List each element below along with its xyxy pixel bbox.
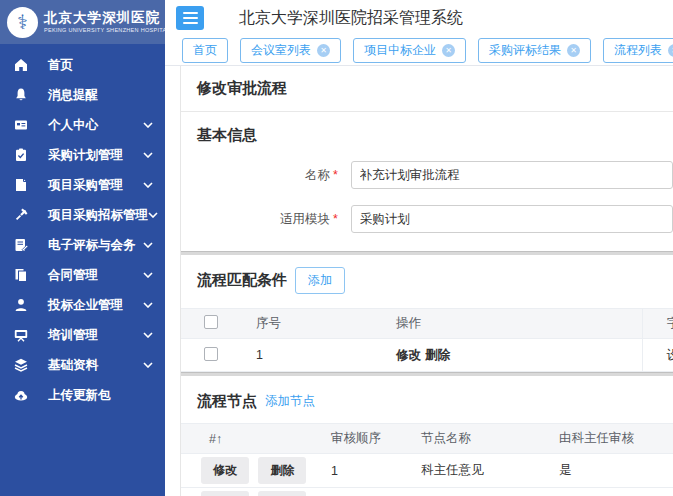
sidebar-item-project-purchase[interactable]: 项目采购管理 (0, 170, 165, 200)
sidebar-item-bidder-companies[interactable]: 投标企业管理 (0, 290, 165, 320)
tab-meeting-rooms[interactable]: 会议室列表✕ (240, 38, 341, 63)
edit-node-button[interactable]: 修改 (201, 491, 249, 496)
column-header-seq: 序号 (256, 309, 396, 339)
id-card-icon (12, 117, 29, 133)
column-header-dept-head: 由科主任审核 (559, 424, 673, 454)
delete-link[interactable]: 删除 (425, 348, 450, 362)
sidebar-item-training[interactable]: 培训管理 (0, 320, 165, 350)
name-label: 名称 (305, 168, 330, 182)
sidebar-item-notifications[interactable]: 消息提醒 (0, 80, 165, 110)
chevron-down-icon (143, 332, 153, 338)
sidebar-item-profile[interactable]: 个人中心 (0, 110, 165, 140)
sidebar-item-upload-package[interactable]: 上传更新包 (0, 380, 165, 410)
presentation-icon (12, 327, 29, 343)
required-asterisk: * (333, 212, 338, 226)
sidebar-item-bidding[interactable]: 项目采购招标管理 (0, 200, 165, 230)
file-edit-icon (12, 237, 29, 253)
dept-head-cell: 是 (559, 454, 673, 488)
cloud-upload-icon (12, 387, 29, 403)
top-bar: 北京大学深圳医院招采管理系统 (165, 0, 673, 36)
order-cell: 2 (331, 488, 421, 496)
main-content: 修改审批流程 基本信息 名称* 适用模块* 流程匹配条件 添加 序号 操作 字 (180, 66, 673, 496)
tab-flow-list[interactable]: 流程列表✕ (603, 38, 673, 63)
page-header: 修改审批流程 (181, 66, 673, 112)
flow-nodes-heading: 流程节点 (197, 392, 257, 411)
column-header-name: 节点名称 (421, 424, 559, 454)
hospital-name: 北京大学深圳医院 (44, 11, 170, 26)
partial-cell: 设 (643, 347, 673, 364)
delete-node-button[interactable]: 删除 (258, 491, 306, 496)
table-row: 修改 删除 1 科主任意见 是 (181, 454, 673, 488)
sidebar-item-contracts[interactable]: 合同管理 (0, 260, 165, 290)
basic-info-heading: 基本信息 (197, 126, 673, 145)
add-node-link[interactable]: 添加节点 (265, 393, 315, 410)
page-title: 修改审批流程 (197, 79, 287, 98)
sidebar-item-purchase-plan[interactable]: 采购计划管理 (0, 140, 165, 170)
column-header-order: 审核顺序 (331, 424, 421, 454)
module-input[interactable] (351, 205, 673, 233)
column-header-partial: 字 (643, 315, 673, 332)
chevron-down-icon (148, 212, 158, 218)
tab-bar: 首页 会议室列表✕ 项目中标企业✕ 采购评标结果✕ 流程列表✕ 流程✕ (165, 36, 673, 66)
module-field-row: 适用模块* (197, 205, 673, 233)
chevron-down-icon (143, 122, 153, 128)
chevron-down-icon (143, 272, 153, 278)
tab-home[interactable]: 首页 (182, 38, 228, 63)
name-field-row: 名称* (197, 161, 673, 189)
node-name-cell: 采购员意见 (421, 488, 559, 496)
tab-winning-companies[interactable]: 项目中标企业✕ (353, 38, 466, 63)
select-all-checkbox[interactable] (204, 315, 218, 329)
menu-toggle-button[interactable] (176, 6, 204, 30)
chevron-down-icon (143, 302, 153, 308)
required-asterisk: * (333, 168, 338, 182)
delete-node-button[interactable]: 删除 (258, 457, 306, 484)
module-label: 适用模块 (280, 212, 330, 226)
sidebar-item-evaluation[interactable]: 电子评标与会务 (0, 230, 165, 260)
chevron-down-icon (143, 362, 153, 368)
hospital-name-en: PEKING UNIVERSITY SHENZHEN HOSPITAL (44, 27, 170, 33)
close-icon[interactable]: ✕ (567, 44, 580, 57)
flow-nodes-table: #↑ 审核顺序 节点名称 由科主任审核 修改 删除 1 科主任意见 是 修改 删… (181, 423, 673, 496)
chevron-down-icon (143, 152, 153, 158)
node-name-cell: 科主任意见 (421, 454, 559, 488)
basic-info-section: 基本信息 名称* 适用模块* (181, 112, 673, 251)
home-icon (12, 57, 29, 73)
sidebar: ⚕ 北京大学深圳医院 PEKING UNIVERSITY SHENZHEN HO… (0, 0, 165, 496)
gavel-icon (12, 207, 29, 223)
column-header-sort[interactable]: #↑ (181, 424, 331, 454)
close-icon[interactable]: ✕ (317, 44, 330, 57)
dept-head-cell: 否 (559, 488, 673, 496)
name-input[interactable] (351, 161, 673, 189)
user-icon (12, 297, 29, 313)
sidebar-item-base-data[interactable]: 基础资料 (0, 350, 165, 380)
bell-icon (12, 87, 29, 103)
clipboard-check-icon (12, 147, 29, 163)
tab-evaluation-results[interactable]: 采购评标结果✕ (478, 38, 591, 63)
column-header-op: 操作 (396, 309, 642, 339)
layers-icon (12, 357, 29, 373)
table-row: 1 修改删除 设 (181, 339, 673, 372)
match-conditions-heading: 流程匹配条件 (197, 271, 287, 290)
chevron-down-icon (143, 242, 153, 248)
row-checkbox[interactable] (204, 347, 218, 361)
flow-nodes-section: 流程节点 添加节点 #↑ 审核顺序 节点名称 由科主任审核 修改 删除 1 科主… (181, 376, 673, 496)
seq-cell: 1 (256, 339, 396, 372)
hospital-emblem-icon: ⚕ (7, 7, 38, 38)
match-conditions-table: 序号 操作 字 1 修改删除 设 (181, 308, 673, 372)
edit-node-button[interactable]: 修改 (201, 457, 249, 484)
edit-link[interactable]: 修改 (396, 348, 421, 362)
copy-icon (12, 267, 29, 283)
sidebar-item-home[interactable]: 首页 (0, 50, 165, 80)
app-title: 北京大学深圳医院招采管理系统 (239, 8, 463, 29)
add-condition-button[interactable]: 添加 (295, 267, 345, 294)
close-icon[interactable]: ✕ (668, 44, 673, 57)
close-icon[interactable]: ✕ (442, 44, 455, 57)
match-conditions-section: 流程匹配条件 添加 序号 操作 字 1 修改删除 设 (181, 255, 673, 372)
book-icon (12, 177, 29, 193)
chevron-down-icon (143, 182, 153, 188)
hospital-logo: ⚕ 北京大学深圳医院 PEKING UNIVERSITY SHENZHEN HO… (0, 0, 165, 44)
sidebar-menu: 首页 消息提醒 个人中心 采购计划管理 项目采购管理 项目采购招标管理 (0, 44, 165, 410)
order-cell: 1 (331, 454, 421, 488)
table-row: 修改 删除 2 采购员意见 否 (181, 488, 673, 496)
